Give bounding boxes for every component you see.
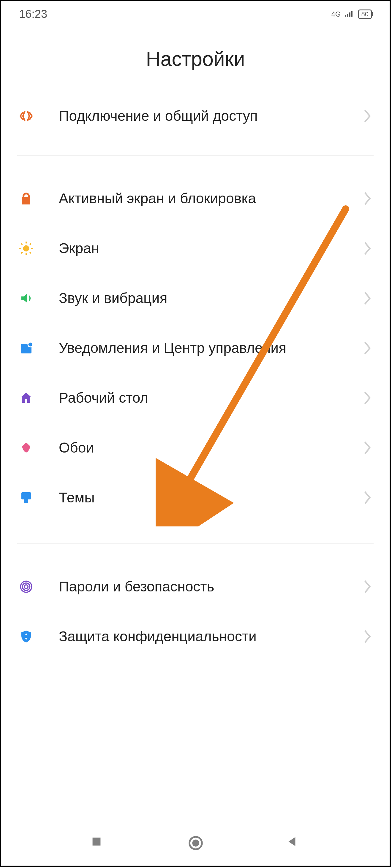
row-label: Обои [59, 439, 363, 457]
svg-rect-0 [345, 15, 346, 17]
chevron-right-icon [363, 341, 373, 355]
lock-icon [17, 190, 35, 208]
row-label: Рабочий стол [59, 389, 363, 407]
row-label: Экран [59, 240, 363, 257]
row-home-screen[interactable]: Рабочий стол [17, 373, 373, 423]
chevron-right-icon [363, 580, 373, 593]
svg-rect-16 [21, 492, 31, 499]
chevron-right-icon [363, 491, 373, 504]
theme-icon [17, 489, 35, 506]
chevron-right-icon [363, 391, 373, 405]
svg-rect-17 [24, 499, 28, 503]
fingerprint-icon [17, 578, 35, 596]
nav-back-button[interactable] [285, 835, 301, 851]
status-bar: 16:23 4G 80 [1, 1, 390, 21]
sound-icon [17, 289, 35, 307]
svg-point-20 [24, 585, 28, 589]
svg-line-12 [30, 243, 31, 245]
brightness-icon [17, 240, 35, 257]
row-label: Пароли и безопасность [59, 578, 363, 596]
chevron-right-icon [363, 291, 373, 305]
share-icon [17, 107, 35, 125]
nav-home-button[interactable] [187, 835, 204, 851]
row-privacy[interactable]: Защита конфиденциальности [17, 612, 373, 661]
nav-recent-button[interactable] [90, 835, 106, 851]
settings-list: Подключение и общий доступ Активный экра… [1, 91, 390, 661]
android-navbar [1, 826, 390, 860]
svg-line-9 [21, 243, 22, 245]
battery-indicator: 80 [358, 9, 372, 19]
row-connection-sharing[interactable]: Подключение и общий доступ [17, 91, 373, 141]
row-display[interactable]: Экран [17, 223, 373, 273]
chevron-right-icon [363, 109, 373, 123]
row-label: Подключение и общий доступ [59, 107, 363, 125]
row-label: Звук и вибрация [59, 289, 363, 307]
status-time: 16:23 [19, 8, 47, 21]
svg-point-4 [23, 245, 29, 252]
row-security[interactable]: Пароли и безопасность [17, 562, 373, 612]
svg-point-14 [28, 342, 33, 347]
row-label: Темы [59, 489, 363, 506]
chevron-right-icon [363, 242, 373, 255]
svg-rect-22 [92, 838, 100, 846]
signal-icon [345, 10, 354, 19]
row-notifications[interactable]: Уведомления и Центр управления [17, 323, 373, 373]
page-title: Настройки [1, 47, 390, 70]
svg-line-10 [30, 252, 31, 253]
row-label: Уведомления и Центр управления [59, 339, 363, 357]
home-icon [17, 389, 35, 407]
svg-point-24 [192, 839, 199, 846]
shield-icon [17, 628, 35, 645]
divider [17, 155, 373, 156]
row-lockscreen[interactable]: Активный экран и блокировка [17, 174, 373, 223]
network-indicator: 4G [331, 10, 341, 19]
divider [17, 544, 373, 544]
wallpaper-icon [17, 439, 35, 457]
row-label: Защита конфиденциальности [59, 628, 363, 645]
chevron-right-icon [363, 192, 373, 205]
row-sound[interactable]: Звук и вибрация [17, 273, 373, 323]
row-wallpaper[interactable]: Обои [17, 423, 373, 473]
svg-rect-15 [25, 399, 27, 403]
svg-rect-2 [349, 12, 351, 17]
svg-rect-1 [347, 14, 348, 17]
svg-point-19 [23, 583, 30, 591]
notification-icon [17, 339, 35, 357]
row-label: Активный экран и блокировка [59, 190, 363, 208]
chevron-right-icon [363, 441, 373, 455]
chevron-right-icon [363, 630, 373, 643]
row-themes[interactable]: Темы [17, 473, 373, 523]
svg-line-11 [21, 252, 22, 253]
svg-rect-3 [351, 11, 353, 17]
